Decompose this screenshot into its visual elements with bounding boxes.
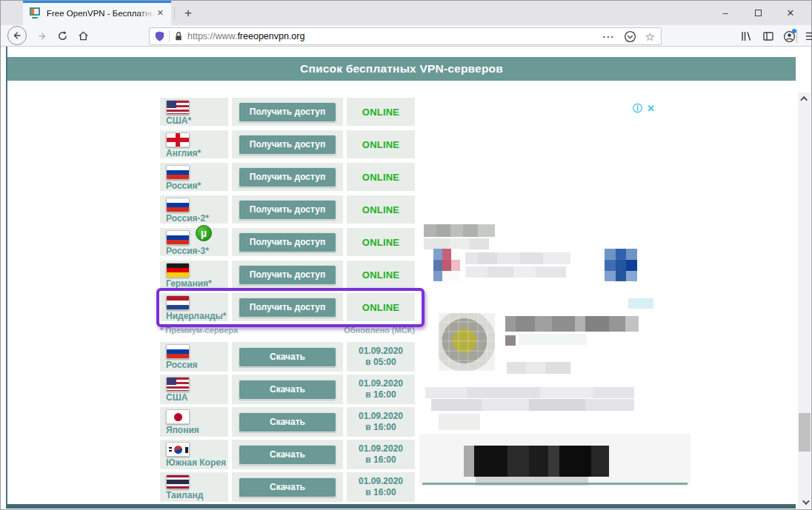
get-access-button[interactable]: Получить доступ bbox=[239, 265, 336, 285]
country-name: Россия-3* bbox=[166, 246, 228, 256]
country-flag-icon bbox=[166, 295, 190, 310]
server-status: ONLINE bbox=[362, 302, 399, 313]
tab-title: Free OpenVPN - Бесплатный V bbox=[47, 9, 154, 18]
bookmark-star-icon[interactable]: ☆ bbox=[645, 31, 655, 42]
ad-pixel-block bbox=[439, 414, 480, 430]
server-row: Россия Скачать 01.09.2020 в 05:00 bbox=[160, 342, 415, 372]
refresh-button[interactable] bbox=[53, 26, 73, 46]
country-flag-icon bbox=[166, 132, 190, 147]
country-cell: Нидерланды* bbox=[160, 293, 228, 321]
url-text: https://www.freeopenvpn.org bbox=[187, 31, 603, 41]
country-name: США* bbox=[166, 115, 228, 126]
ad-info-icon[interactable]: ⓘ bbox=[633, 104, 642, 113]
country-flag-icon bbox=[166, 409, 190, 424]
browser-tab[interactable]: Free OpenVPN - Бесплатный V ✕ bbox=[23, 1, 171, 25]
active-tab-indicator bbox=[23, 1, 171, 3]
address-bar[interactable]: https://www.freeopenvpn.org ··· ☆ bbox=[149, 27, 662, 45]
lock-icon[interactable] bbox=[174, 31, 183, 41]
update-date: 01.09.2020 bbox=[359, 378, 403, 389]
home-icon bbox=[78, 30, 89, 41]
library-button[interactable] bbox=[736, 27, 756, 46]
country-name: Англия* bbox=[166, 148, 228, 158]
maximize-button[interactable] bbox=[742, 1, 774, 25]
country-name: Россия* bbox=[166, 181, 228, 191]
country-cell: Таиланд bbox=[160, 472, 228, 502]
maximize-icon bbox=[755, 10, 762, 16]
get-access-button[interactable]: Получить доступ bbox=[239, 232, 336, 252]
status-cell: ONLINE bbox=[347, 195, 415, 224]
server-status: ONLINE bbox=[362, 172, 399, 183]
minimize-button[interactable]: – bbox=[709, 1, 742, 25]
button-cell: Получить доступ bbox=[232, 163, 343, 191]
server-row: Англия* Получить доступ ONLINE bbox=[160, 130, 415, 158]
server-status: ONLINE bbox=[362, 139, 399, 150]
forward-button[interactable] bbox=[32, 26, 52, 46]
pocket-icon[interactable] bbox=[624, 30, 636, 43]
tab-close-icon[interactable]: ✕ bbox=[154, 7, 167, 19]
button-cell: Скачать bbox=[232, 407, 343, 437]
get-access-button[interactable]: Получить доступ bbox=[239, 200, 336, 220]
scrollbar-thumb[interactable] bbox=[799, 413, 811, 452]
country-flag-icon bbox=[166, 442, 190, 457]
utorrent-icon: µ bbox=[196, 225, 212, 241]
country-flag-icon bbox=[166, 377, 190, 392]
table-notes: * Премиум-сервера Обновлено (МСК) bbox=[160, 326, 415, 336]
status-cell: ONLINE bbox=[347, 261, 415, 289]
country-cell: µ Россия-3* bbox=[160, 228, 228, 256]
country-flag-icon bbox=[166, 474, 190, 489]
server-status: ONLINE bbox=[362, 107, 399, 118]
chevron-down-icon bbox=[802, 497, 809, 505]
button-cell: Получить доступ bbox=[232, 195, 343, 224]
get-access-button[interactable]: Получить доступ bbox=[239, 102, 336, 122]
title-bar: Free OpenVPN - Бесплатный V ✕ + – ✕ bbox=[1, 1, 811, 25]
window-close-button[interactable]: ✕ bbox=[774, 1, 807, 25]
ad-close-icon[interactable]: ✕ bbox=[647, 104, 655, 113]
premium-note: * Премиум-сервера bbox=[160, 326, 238, 336]
server-row: США* Получить доступ ONLINE bbox=[160, 98, 415, 126]
back-button[interactable] bbox=[7, 26, 27, 45]
server-row: Россия-2* Получить доступ ONLINE bbox=[160, 195, 415, 224]
chevron-up-icon bbox=[800, 95, 808, 103]
new-tab-button[interactable]: + bbox=[179, 4, 198, 23]
ad-pixel-block bbox=[628, 298, 653, 309]
page-actions-icon[interactable]: ··· bbox=[603, 31, 615, 42]
menu-button[interactable]: ☰ bbox=[800, 27, 812, 46]
ad-choices: ⓘ ✕ bbox=[633, 104, 655, 113]
vertical-scrollbar[interactable] bbox=[798, 93, 811, 508]
date-cell: 01.09.2020 в 16:00 bbox=[347, 440, 415, 469]
scroll-down-button[interactable] bbox=[798, 496, 811, 508]
get-access-button[interactable]: Получить доступ bbox=[239, 167, 336, 187]
download-button[interactable]: Скачать bbox=[239, 445, 336, 465]
ad-pixel-block bbox=[439, 313, 495, 371]
country-name: США bbox=[166, 392, 228, 403]
page-container: Список бесплатных VPN-серверов США* bbox=[6, 47, 796, 509]
date-cell: 01.09.2020 в 16:00 bbox=[347, 375, 415, 404]
server-status: ONLINE bbox=[362, 269, 399, 281]
get-access-button[interactable]: Получить доступ bbox=[239, 135, 336, 155]
update-time: в 16:00 bbox=[365, 487, 396, 498]
ad-pixel-block bbox=[505, 316, 639, 332]
account-icon bbox=[783, 30, 796, 43]
download-button[interactable]: Скачать bbox=[239, 347, 336, 367]
ad-pixel-block bbox=[507, 362, 570, 374]
sidebar-button[interactable] bbox=[759, 27, 778, 46]
button-cell: Получить доступ bbox=[232, 130, 343, 158]
tracking-protection-shield-icon[interactable] bbox=[154, 30, 165, 42]
forward-arrow-icon bbox=[37, 31, 47, 41]
get-access-button[interactable]: Получить доступ bbox=[239, 298, 336, 318]
scroll-up-button[interactable] bbox=[798, 93, 811, 104]
button-cell: Скачать bbox=[232, 440, 343, 469]
country-name: Южная Корея bbox=[166, 457, 228, 468]
url-scheme: https://www. bbox=[187, 31, 237, 41]
server-row: µ Россия-3* Получить доступ ONLINE bbox=[160, 228, 415, 256]
home-button[interactable] bbox=[73, 26, 93, 46]
server-row: Южная Корея Скачать 01.09.2020 в 16:00 bbox=[160, 440, 415, 469]
status-cell: ONLINE bbox=[347, 293, 415, 321]
country-flag-icon bbox=[166, 344, 190, 359]
toolbar-separator bbox=[796, 30, 797, 43]
download-button[interactable]: Скачать bbox=[239, 477, 336, 497]
download-button[interactable]: Скачать bbox=[239, 412, 336, 432]
download-button[interactable]: Скачать bbox=[239, 380, 336, 400]
status-cell: ONLINE bbox=[347, 163, 415, 191]
server-row: Нидерланды* Получить доступ ONLINE bbox=[160, 293, 415, 321]
